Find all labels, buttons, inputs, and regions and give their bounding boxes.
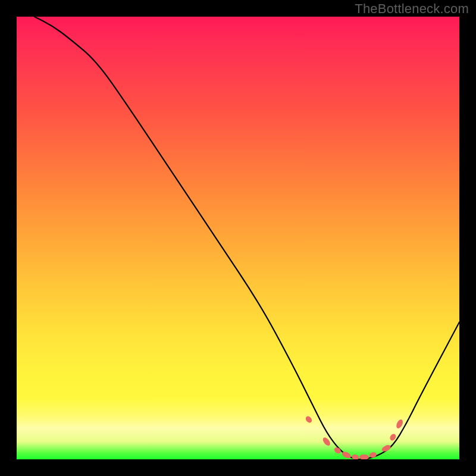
chart-svg-overlay bbox=[17, 17, 459, 459]
marker-point bbox=[381, 444, 392, 453]
optimal-zone-markers bbox=[305, 415, 404, 459]
marker-point bbox=[359, 455, 369, 459]
bottleneck-curve bbox=[35, 17, 459, 459]
marker-point bbox=[305, 415, 314, 424]
watermark-text: TheBottleneck.com bbox=[355, 1, 469, 17]
marker-point bbox=[395, 418, 404, 429]
